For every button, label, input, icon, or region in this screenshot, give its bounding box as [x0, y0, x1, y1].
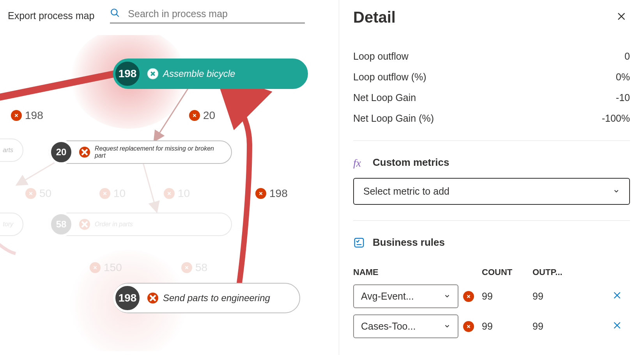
column-name: NAME: [353, 267, 482, 277]
node-label: Order in parts: [95, 221, 133, 228]
delete-rule-button[interactable]: [591, 320, 630, 333]
node-request-replacement[interactable]: 20 Request replacement for missing or br…: [49, 140, 232, 164]
metric-value: 0%: [616, 71, 630, 83]
rule-name: Avg-Event...: [361, 291, 414, 302]
search-wrapper: [110, 8, 305, 23]
metric-value: -10: [616, 92, 630, 103]
rule-name-dropdown[interactable]: Cases-Too...: [353, 314, 458, 338]
node-partial[interactable]: arts: [0, 138, 23, 162]
node-partial[interactable]: tory: [0, 213, 23, 236]
node-send-parts[interactable]: 198 Send parts to engineering: [113, 283, 300, 313]
close-icon: [99, 188, 110, 199]
svg-text:fx: fx: [353, 157, 361, 169]
close-icon: [255, 188, 266, 199]
edge-label: 58: [181, 261, 207, 274]
node-count-badge: 198: [113, 284, 142, 312]
close-button[interactable]: [613, 8, 630, 27]
metrics-list: Loop outflow 0 Loop outflow (%) 0% Net L…: [353, 46, 630, 141]
rule-count: 99: [482, 291, 533, 302]
node-label: tory: [3, 221, 13, 228]
metric-label: Loop outflow (%): [353, 71, 426, 83]
rule-output: 99: [533, 291, 591, 302]
table-header: NAME COUNT OUTP...: [353, 258, 630, 281]
rule-name: Cases-Too...: [361, 321, 416, 332]
chevron-down-icon: [613, 186, 620, 197]
rule-count: 99: [482, 321, 533, 332]
edge-label: 10: [164, 187, 190, 200]
close-icon: [181, 262, 192, 273]
table-row: Avg-Event... 99 99: [353, 281, 630, 311]
metric-value: -100%: [602, 113, 630, 124]
rules-icon: [353, 237, 365, 248]
svg-rect-5: [355, 238, 364, 247]
edge-label: 198: [11, 109, 43, 122]
metric-label: Net Loop Gain (%): [353, 113, 434, 124]
metric-row: Net Loop Gain (%) -100%: [353, 108, 630, 129]
node-label: Assemble bicycle: [163, 68, 235, 79]
node-label: arts: [3, 147, 13, 154]
svg-line-1: [117, 14, 119, 17]
edge-label: 150: [90, 261, 122, 274]
edge-label: 198: [255, 187, 288, 200]
detail-panel-title: Detail: [353, 9, 396, 26]
error-icon: [463, 291, 474, 302]
edge-label: 50: [25, 187, 51, 200]
node-label: Request replacement for missing or broke…: [95, 145, 222, 159]
node-label: Send parts to engineering: [163, 293, 270, 304]
close-circle-icon: [79, 147, 90, 158]
search-input[interactable]: [128, 8, 305, 20]
rule-output: 99: [533, 321, 591, 332]
business-rules-heading: Business rules: [373, 236, 445, 248]
close-icon: [25, 188, 36, 199]
metric-value: 0: [625, 51, 630, 62]
close-circle-icon: [147, 293, 158, 304]
close-circle-icon: [147, 68, 158, 79]
error-icon: [463, 321, 474, 332]
select-metric-dropdown[interactable]: Select metric to add: [353, 178, 630, 205]
chevron-down-icon: [444, 321, 451, 332]
edge-label: 10: [99, 187, 126, 200]
node-order-parts[interactable]: 58 Order in parts: [49, 213, 232, 236]
close-icon: [189, 110, 200, 121]
node-assemble-bicycle[interactable]: 198 Assemble bicycle: [113, 59, 308, 89]
table-row: Cases-Too... 99 99: [353, 311, 630, 341]
node-count-badge: 198: [113, 59, 142, 88]
edge-label: 20: [189, 109, 215, 122]
node-count-badge: 58: [49, 212, 74, 237]
metric-label: Loop outflow: [353, 51, 409, 62]
svg-point-0: [111, 9, 117, 15]
export-process-map-button[interactable]: Export process map: [8, 10, 94, 21]
search-icon: [110, 8, 120, 20]
close-icon: [164, 188, 175, 199]
custom-metrics-heading: Custom metrics: [373, 156, 449, 169]
rule-name-dropdown[interactable]: Avg-Event...: [353, 284, 458, 308]
metric-row: Loop outflow 0: [353, 46, 630, 67]
column-output: OUTP...: [533, 267, 591, 277]
metric-row: Loop outflow (%) 0%: [353, 67, 630, 87]
metric-label: Net Loop Gain: [353, 92, 416, 103]
close-circle-icon: [79, 219, 90, 230]
close-icon: [90, 262, 101, 273]
metric-row: Net Loop Gain -10: [353, 87, 630, 108]
dropdown-placeholder: Select metric to add: [363, 186, 449, 197]
delete-rule-button[interactable]: [591, 290, 630, 303]
function-icon: fx: [353, 157, 365, 169]
close-icon: [11, 110, 22, 121]
chevron-down-icon: [444, 291, 451, 302]
process-map-canvas[interactable]: 198 20 198 50 10 10 150 58: [0, 35, 339, 351]
column-count: COUNT: [482, 267, 533, 277]
node-count-badge: 20: [49, 140, 74, 165]
